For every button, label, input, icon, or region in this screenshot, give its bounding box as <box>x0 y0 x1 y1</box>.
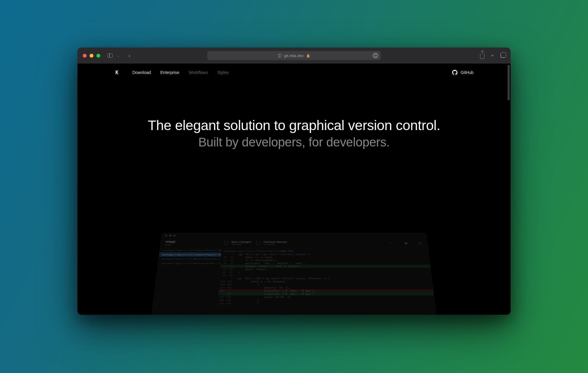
file-row[interactable]: packages/app/src/ui/Workspace/Rev…/index… <box>158 261 221 265</box>
code-line: 3838 position?: 'top' | 'bottom' | 'auto… <box>220 262 430 265</box>
code-line: 109110 { <box>218 302 435 305</box>
app-close-icon <box>165 235 167 236</box>
code-line: 106 translate: ['0 -4px', '0 0px'], <box>219 289 433 293</box>
code-line: 4041} <box>220 271 431 274</box>
nav-styles[interactable]: Styles <box>217 70 229 75</box>
pull-button[interactable]: Pull from Remote2 commits <box>256 241 287 245</box>
chevron-down-icon[interactable]: ⌄ <box>117 54 120 58</box>
code-line: 108109 ], <box>218 299 435 302</box>
reader-mode-button[interactable]: ••• <box>373 53 379 59</box>
code-line: 4142 <box>220 274 431 277</box>
back-button[interactable]: ‹ <box>128 52 131 59</box>
github-link[interactable]: GitHub <box>452 70 473 75</box>
hero-title: The elegant solution to graphical versio… <box>77 117 511 133</box>
app-maximize-icon <box>173 235 176 236</box>
file-row[interactable]: packages/app/src/ui/Common/Popout/index.… <box>159 252 221 257</box>
traffic-lights <box>83 54 100 58</box>
lock-icon: 🔒 <box>306 54 310 58</box>
share-icon[interactable] <box>480 54 484 59</box>
sync-icon <box>224 241 229 245</box>
branch-icon[interactable]: ⑂ <box>390 241 395 245</box>
sync-button[interactable]: Sync ChangesJust Now <box>224 241 251 245</box>
tabs-overview-button[interactable] <box>500 53 505 58</box>
code-line: 107 translate: ['0 -4px', '0 0px'], <box>218 292 434 295</box>
code-line: 107108 scale: [0.95, 1] <box>218 295 434 299</box>
nav-links: Download Enterprise Workflows Styles <box>132 70 229 75</box>
app-minimize-icon <box>169 235 171 236</box>
site-logo[interactable]: K <box>115 69 118 75</box>
code-line: ⋯@@ -36,6 +36,7 @@ export interface IPop… <box>221 253 429 256</box>
code-line: 3737 () => JSX.Element(); <box>221 259 430 262</box>
site-header: K Download Enterprise Workflows Styles G… <box>77 64 511 81</box>
nav-download[interactable]: Download <box>132 70 151 75</box>
github-icon <box>452 70 457 75</box>
app-titlebar <box>161 233 426 238</box>
code-line: 103104 const a = el.animate( <box>219 280 432 283</box>
url-text: git.rela.dev <box>284 53 303 58</box>
code-line: 105106 opacity: [0, 1], <box>219 286 433 289</box>
code-line: 104105 [ <box>219 283 433 286</box>
code-line: 3636 hide: () => void; <box>221 256 429 259</box>
maximize-window-button[interactable] <box>96 54 100 58</box>
hero-subtitle: Built by developers, for developers. <box>77 135 511 149</box>
close-window-button[interactable] <box>83 54 87 58</box>
code-line: 39 align?: 'start' | 'end' | 'center'; <box>220 265 430 268</box>
nav-enterprise[interactable]: Enterprise <box>160 70 179 75</box>
globe-icon <box>278 54 282 58</box>
app-toolbar: relagit main Sync ChangesJust Now Pull f… <box>160 238 428 248</box>
page-content: K Download Enterprise Workflows Styles G… <box>77 64 511 315</box>
minimize-window-button[interactable] <box>90 54 93 58</box>
eye-icon[interactable]: ◉ <box>404 241 409 245</box>
address-bar[interactable]: git.rela.dev 🔒 ••• <box>207 51 381 60</box>
diff-viewer: packages/app/src/ui/Common/Popout/index.… <box>217 248 436 315</box>
browser-titlebar: ⌄ ‹ git.rela.dev 🔒 ••• + <box>77 48 511 64</box>
branch-name: main <box>165 244 175 246</box>
hero-section: The elegant solution to graphical versio… <box>77 81 511 149</box>
scrollbar[interactable] <box>508 65 510 100</box>
code-line: 3940 open?: Signal; <box>220 268 430 271</box>
new-tab-button[interactable]: + <box>491 53 494 59</box>
sidebar-toggle-button[interactable] <box>107 53 113 58</box>
nav-workflows[interactable]: Workflows <box>189 70 208 75</box>
app-preview: relagit main Sync ChangesJust Now Pull f… <box>152 233 436 315</box>
diff-header: packages/app/src/ui/Common/Popout/index.… <box>221 249 428 253</box>
file-list: packages/app/src/ui/Common/Popout/index.… <box>152 248 222 315</box>
file-row[interactable]: packages/app/src/ui/Modal/Popular/…/inde… <box>159 257 221 261</box>
pull-icon <box>256 241 260 245</box>
desktop-background: ⌄ ‹ git.rela.dev 🔒 ••• + K Download <box>0 0 588 373</box>
file-row[interactable]: packages/app/src/ui/Common/Popout/index.… <box>160 248 221 252</box>
history-icon[interactable]: ◷ <box>418 241 423 245</box>
code-line: ⋯@@ -103,7 +104,7 @@ export default (pro… <box>220 277 432 280</box>
github-label: GitHub <box>460 70 473 75</box>
repo-name: relagit <box>165 240 175 243</box>
browser-window: ⌄ ‹ git.rela.dev 🔒 ••• + K Download <box>77 48 511 315</box>
